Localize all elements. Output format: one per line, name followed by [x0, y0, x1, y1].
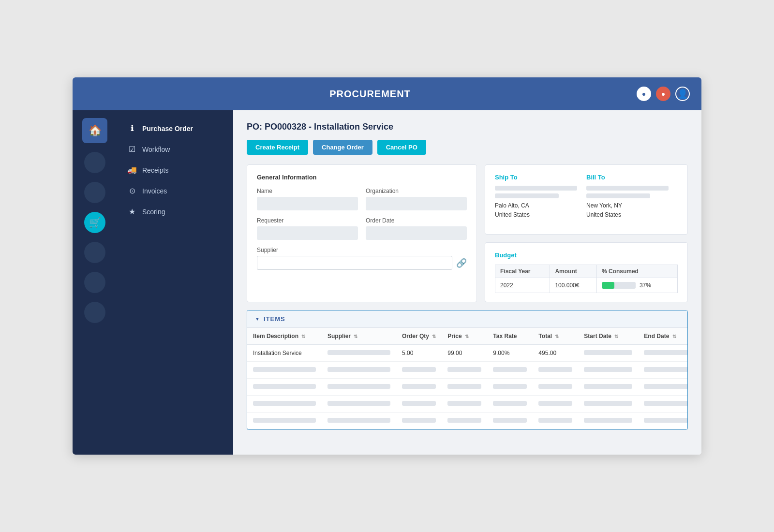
sidebar-item-cart[interactable]: 🛒	[84, 212, 105, 233]
nav-item-invoices[interactable]: ⊙ Invoices	[117, 180, 233, 201]
item-supplier	[322, 345, 396, 362]
ship-to-col: Ship To Palo Alto, CA United States	[495, 174, 586, 220]
general-info-card: General Information Name Organization	[247, 164, 477, 302]
sort-startdate-icon[interactable]: ⇅	[614, 334, 618, 339]
notification-icon[interactable]: ●	[637, 87, 651, 101]
budget-table: Fiscal Year Amount % Consumed 2022 100.0…	[495, 265, 678, 293]
col-price: Price ⇅	[442, 328, 487, 345]
budget-consumed-pct: 37%	[640, 282, 651, 289]
budget-bar-container: 37%	[602, 282, 672, 289]
col-end-date: End Date ⇅	[638, 328, 688, 345]
nav-label-scoring: Scoring	[142, 208, 165, 216]
nav-item-receipts[interactable]: 🚚 Receipts	[117, 160, 233, 180]
supplier-field: EMCOR Facilities Services 🔗	[257, 256, 467, 270]
item-description: Installation Service	[247, 345, 322, 362]
right-panel: Ship To Palo Alto, CA United States Bill…	[485, 164, 688, 302]
col-order-qty: Order Qty ⇅	[396, 328, 442, 345]
top-bar: PROCUREMENT ● ● 👤	[73, 77, 701, 110]
sort-description-icon[interactable]: ⇅	[301, 334, 305, 339]
workflow-icon: ☑	[127, 145, 137, 154]
sidebar-item-4[interactable]	[84, 242, 105, 263]
name-org-row: Name Organization	[257, 188, 467, 210]
collapse-icon[interactable]: ▼	[255, 316, 260, 322]
items-table-header-row: Item Description ⇅ Supplier ⇅ Order Qty …	[247, 328, 688, 345]
user-avatar[interactable]: 👤	[675, 87, 690, 101]
ship-to-label: Ship To	[495, 174, 586, 181]
item-start-date	[578, 345, 638, 362]
items-table: Item Description ⇅ Supplier ⇅ Order Qty …	[247, 328, 688, 429]
content-area: PO: PO000328 - Installation Service Crea…	[233, 110, 701, 455]
requester-input[interactable]	[257, 226, 358, 240]
budget-bar-bg	[602, 282, 636, 289]
nav-panel: ℹ Purchase Order ☑ Workflow 🚚 Receipts ⊙…	[117, 110, 233, 455]
supplier-input[interactable]: EMCOR Facilities Services	[257, 256, 452, 270]
sort-price-icon[interactable]: ⇅	[465, 334, 469, 339]
cancel-po-button[interactable]: Cancel PO	[377, 140, 426, 155]
requester-label: Requester	[257, 217, 358, 224]
info-grid: General Information Name Organization	[247, 164, 688, 302]
budget-fiscal-year: 2022	[495, 278, 550, 293]
scoring-icon: ★	[127, 207, 137, 216]
nav-label-workflow: Workflow	[142, 146, 170, 153]
sort-total-icon[interactable]: ⇅	[555, 334, 559, 339]
supplier-label: Supplier	[257, 247, 467, 253]
col-supplier: Supplier ⇅	[322, 328, 396, 345]
invoices-icon: ⊙	[127, 186, 137, 195]
bill-addr-line2	[586, 193, 650, 198]
item-tax-rate: 9.00%	[487, 345, 533, 362]
home-button[interactable]: 🏠	[82, 118, 107, 143]
organization-group: Organization	[366, 188, 467, 210]
items-table-row	[247, 362, 688, 379]
receipts-icon: 🚚	[127, 165, 137, 175]
bill-city-state: New York, NY	[586, 201, 678, 210]
sidebar-item-6[interactable]	[84, 302, 105, 323]
sort-supplier-icon[interactable]: ⇅	[354, 334, 357, 339]
budget-col-fiscal-year: Fiscal Year	[495, 265, 550, 278]
budget-row: 2022 100.000€ 37%	[495, 278, 678, 293]
item-price: 99.00	[442, 345, 487, 362]
col-description: Item Description ⇅	[247, 328, 322, 345]
alert-icon[interactable]: ●	[656, 87, 670, 101]
budget-bar-fill	[602, 282, 614, 289]
item-total: 495.00	[533, 345, 578, 362]
link-icon[interactable]: 🔗	[456, 258, 467, 268]
sidebar-item-2[interactable]	[84, 182, 105, 203]
col-tax-rate: Tax Rate	[487, 328, 533, 345]
item-qty: 5.00	[396, 345, 442, 362]
ship-addr-line1	[495, 186, 577, 191]
bill-to-label: Bill To	[586, 174, 678, 181]
items-table-row	[247, 413, 688, 429]
budget-col-consumed: % Consumed	[596, 265, 677, 278]
requester-date-row: Requester Order Date	[257, 217, 467, 240]
ship-addr-line2	[495, 193, 559, 198]
nav-label-receipts: Receipts	[142, 166, 168, 174]
ship-city-state: Palo Alto, CA	[495, 201, 586, 210]
nav-label-invoices: Invoices	[142, 187, 167, 195]
order-date-input[interactable]	[366, 226, 467, 240]
sort-qty-icon[interactable]: ⇅	[432, 334, 436, 339]
sidebar-item-5[interactable]	[84, 272, 105, 293]
nav-item-workflow[interactable]: ☑ Workflow	[117, 139, 233, 160]
items-table-row	[247, 396, 688, 413]
nav-label-purchase-order: Purchase Order	[142, 125, 193, 133]
budget-card: Budget Fiscal Year Amount % Consumed	[485, 242, 688, 302]
page-title: PO: PO000328 - Installation Service	[247, 122, 688, 132]
order-date-label: Order Date	[366, 217, 467, 224]
create-receipt-button[interactable]: Create Receipt	[247, 140, 308, 155]
col-total: Total ⇅	[533, 328, 578, 345]
nav-item-purchase-order[interactable]: ℹ Purchase Order	[117, 118, 233, 139]
sidebar-item-1[interactable]	[84, 152, 105, 173]
items-table-row: Installation Service 5.00 99.00 9.00% 49…	[247, 345, 688, 362]
name-input[interactable]	[257, 197, 358, 210]
order-date-group: Order Date	[366, 217, 467, 240]
organization-input[interactable]	[366, 197, 467, 210]
change-order-button[interactable]: Change Order	[313, 140, 372, 155]
name-label: Name	[257, 188, 358, 194]
item-end-date	[638, 345, 688, 362]
nav-item-scoring[interactable]: ★ Scoring	[117, 201, 233, 222]
ship-country: United States	[495, 210, 586, 220]
sort-enddate-icon[interactable]: ⇅	[672, 334, 676, 339]
budget-consumed-cell: 37%	[596, 278, 677, 293]
budget-col-amount: Amount	[550, 265, 597, 278]
items-section: ▼ ITEMS Item Description ⇅ Supplier ⇅	[247, 310, 688, 430]
